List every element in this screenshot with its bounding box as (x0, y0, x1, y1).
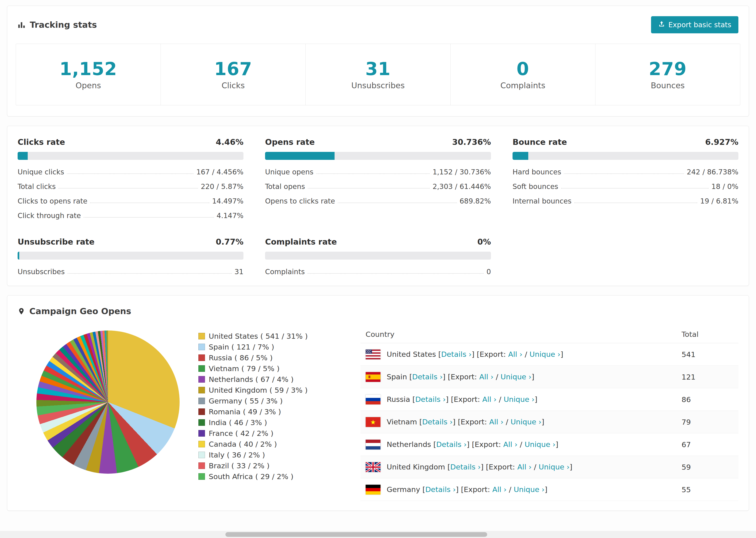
page: Tracking stats Export basic stats 1,152 … (0, 0, 756, 511)
legend-swatch (198, 333, 205, 340)
legend-swatch (198, 376, 205, 383)
export-unique-link[interactable]: Unique › (529, 350, 561, 358)
legend-label: India ( 46 / 3% ) (209, 418, 267, 427)
rate-rows: Unsubscribes 31 (18, 268, 243, 276)
country-flag-icon (365, 417, 381, 427)
rates-grid: Clicks rate 4.46% Unique clicks 167 / 4.… (18, 137, 738, 276)
rate-rows: Hard bounces 242 / 86.738% Soft bounces … (513, 168, 738, 205)
legend-swatch (198, 441, 205, 447)
details-link[interactable]: Details › (436, 440, 467, 449)
export-all-link[interactable]: All › (489, 418, 504, 426)
rate-rows: Unique clicks 167 / 4.456% Total clicks … (18, 168, 243, 220)
country-flag-icon (365, 485, 381, 495)
details-link[interactable]: Details › (450, 463, 481, 471)
dotted-leader (338, 202, 457, 203)
rate-row-label: Total clicks (18, 183, 56, 190)
export-all-link[interactable]: All › (508, 350, 522, 358)
legend-label: Spain ( 121 / 7% ) (209, 343, 274, 351)
table-row: Vietnam [Details ›] [Export: All › / Uni… (360, 411, 738, 433)
rate-progress-fill (18, 152, 28, 160)
details-link[interactable]: Details › (415, 395, 446, 404)
country-total: 55 (681, 485, 733, 494)
country-flag-icon (365, 462, 381, 472)
dotted-leader (67, 174, 193, 174)
summary-stat-label: Complaints (451, 81, 595, 90)
legend-swatch (198, 408, 205, 415)
bar-chart-icon (18, 21, 26, 29)
legend-label: Russia ( 86 / 5% ) (209, 353, 273, 362)
horizontal-scrollbar-thumb[interactable] (225, 532, 487, 537)
rate-progress-bar (265, 152, 491, 160)
summary-row: 1,152 Opens 167 Clicks 31 Unsubscribes 0… (16, 44, 740, 105)
export-all-link[interactable]: All › (517, 463, 531, 471)
table-row: United Kingdom [Details ›] [Export: All … (360, 456, 738, 478)
rate-row-value: 220 / 5.87% (201, 183, 243, 190)
rate-row: Opens to clicks rate 689.82% (265, 197, 491, 205)
rate-row-label: Unique opens (265, 168, 313, 176)
rate-row: Total opens 2,303 / 61.446% (265, 183, 491, 190)
rate-row-label: Complaints (265, 268, 305, 276)
legend-label: Netherlands ( 67 / 4% ) (209, 375, 294, 384)
table-row: Russia [Details ›] [Export: All › / Uniq… (360, 388, 738, 411)
geo-body: United States ( 541 / 31% ) Spain ( 121 … (7, 322, 749, 501)
details-link[interactable]: Details › (441, 350, 472, 358)
tracking-stats-header: Tracking stats Export basic stats (7, 6, 749, 35)
rate-row-label: Opens to clicks rate (265, 197, 335, 205)
country-total: 67 (681, 440, 733, 449)
rate-row: Unsubscribes 31 (18, 268, 243, 276)
rate-row-value: 167 / 4.456% (196, 168, 243, 176)
country-total: 79 (681, 418, 733, 426)
rate-progress-fill (513, 152, 528, 160)
export-unique-link[interactable]: Unique › (511, 418, 542, 426)
export-all-link[interactable]: All › (482, 395, 497, 404)
column-total: Total (681, 330, 733, 339)
dotted-leader (564, 174, 684, 174)
legend-label: France ( 42 / 2% ) (209, 429, 274, 438)
summary-stat-value: 31 (306, 58, 450, 79)
dotted-leader (58, 188, 198, 188)
legend-label: South Africa ( 29 / 2% ) (209, 472, 294, 481)
rate-row-label: Clicks to opens rate (18, 197, 87, 205)
details-link[interactable]: Details › (412, 372, 443, 381)
export-unique-link[interactable]: Unique › (539, 463, 569, 471)
legend-label: Italy ( 36 / 2% ) (209, 451, 265, 459)
rate-progress-bar (18, 252, 243, 260)
rate-row-label: Click through rate (18, 211, 81, 220)
geo-table: Country Total United States [Details ›] … (360, 325, 738, 501)
legend-swatch (198, 430, 205, 437)
country-flag-icon (365, 440, 381, 450)
rate-title: Unsubscribe rate (18, 237, 95, 246)
rate-title: Bounce rate (513, 137, 567, 147)
rate-progress-bar (513, 152, 738, 160)
details-link[interactable]: Details › (425, 485, 456, 494)
export-unique-link[interactable]: Unique › (501, 372, 531, 381)
export-all-link[interactable]: All › (479, 372, 494, 381)
rate-progress-bar (18, 152, 243, 160)
export-unique-link[interactable]: Unique › (514, 485, 545, 494)
export-all-link[interactable]: All › (492, 485, 507, 494)
summary-stat-value: 1,152 (16, 58, 161, 79)
export-unique-link[interactable]: Unique › (504, 395, 535, 404)
rate-row: Unique clicks 167 / 4.456% (18, 168, 243, 176)
legend-label: United Kingdom ( 59 / 3% ) (209, 386, 307, 394)
summary-stat: 279 Bounces (595, 44, 740, 105)
export-unique-link[interactable]: Unique › (524, 440, 556, 449)
rate-percent: 30.736% (452, 137, 491, 147)
rate-row-value: 14.497% (212, 197, 243, 205)
summary-stat: 1,152 Opens (16, 44, 161, 105)
export-all-link[interactable]: All › (503, 440, 518, 449)
rate-row-value: 242 / 86.738% (687, 168, 738, 176)
legend-item: United Kingdom ( 59 / 3% ) (198, 386, 360, 394)
geo-header: Campaign Geo Opens (7, 296, 749, 322)
country-name: Germany (387, 485, 420, 494)
dotted-leader (83, 217, 214, 218)
summary-stat-label: Clicks (161, 81, 305, 90)
export-basic-stats-button[interactable]: Export basic stats (651, 16, 738, 33)
country-total: 86 (681, 395, 733, 404)
rate-row-value: 2,303 / 61.446% (432, 183, 491, 190)
rate-block: Clicks rate 4.46% Unique clicks 167 / 4.… (18, 137, 243, 220)
rate-row: Unique opens 1,152 / 30.736% (265, 168, 491, 176)
summary-stat-label: Unsubscribes (306, 81, 450, 90)
rate-block: Unsubscribe rate 0.77% Unsubscribes 31 (18, 237, 243, 276)
details-link[interactable]: Details › (422, 418, 453, 426)
